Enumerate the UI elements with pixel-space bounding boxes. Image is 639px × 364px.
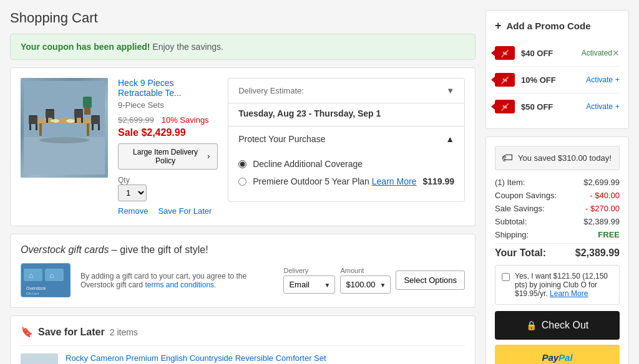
product-image <box>21 78 108 178</box>
amount-select-container: $100.00 $25.00 $50.00 <box>340 275 391 294</box>
subtotal-value: $2,389.99 <box>583 217 620 226</box>
items-value: $2,699.99 <box>583 178 620 187</box>
coupon-enjoy-text: Enjoy the savings. <box>152 42 223 52</box>
coupon-banner: Your coupon has been applied! Enjoy the … <box>10 34 476 60</box>
item-title[interactable]: Heck 9 Pieces Retractable Te... <box>118 78 218 98</box>
sale-price: Sale $2,429.99 <box>118 127 218 138</box>
gift-card-content: Overstock Gift Card ⌂ ⌂ By adding a gift… <box>21 263 465 297</box>
item-details: Heck 9 Pieces Retractable Te... 9-Piece … <box>118 78 218 216</box>
subtotal-label: Subtotal: <box>495 217 527 226</box>
promo-code-card: + Add a Promo Code % $40 OFF Activated ✕… <box>485 10 629 129</box>
items-label: (1) Item: <box>495 178 525 187</box>
amount-select[interactable]: $100.00 $25.00 $50.00 <box>340 275 391 294</box>
qty-select[interactable]: 1 2 3 <box>118 184 147 201</box>
decline-coverage-label: Decline Additional Coverage <box>253 159 363 169</box>
promo-remove-40off[interactable]: ✕ <box>612 48 620 58</box>
premiere-coverage-label: Premiere Outdoor 5 Year Plan Learn More <box>253 176 416 186</box>
promo-label-10off: 10% OFF <box>521 75 586 85</box>
svg-text:Gift Card: Gift Card <box>26 292 39 295</box>
learn-more-link[interactable]: Learn More <box>372 176 417 186</box>
svg-text:Overstock: Overstock <box>26 286 46 290</box>
premiere-coverage-radio[interactable] <box>238 178 246 186</box>
svg-rect-15 <box>46 118 48 123</box>
bookmark-icon: 🔖 <box>21 326 33 338</box>
promo-label-50off: $50 OFF <box>521 102 586 112</box>
gift-card-title: Overstock gift cards – give the gift of … <box>21 244 465 256</box>
delivery-label: Delivery <box>283 267 335 274</box>
decline-coverage-option[interactable]: Decline Additional Coverage <box>238 159 454 169</box>
svg-rect-2 <box>36 118 92 123</box>
shipping-value: FREE <box>598 230 620 239</box>
page-title: Shopping Cart <box>10 10 476 26</box>
promo-activate-10off[interactable]: Activate + <box>586 75 620 84</box>
promo-item-50off: % $50 OFF Activate + <box>495 93 620 120</box>
promo-label-40off: $40 OFF <box>521 49 582 58</box>
lock-icon: 🔒 <box>526 320 537 330</box>
protect-options: Decline Additional Coverage Premiere Out… <box>228 151 464 201</box>
total-label: Your Total: <box>495 247 546 259</box>
svg-rect-19 <box>75 118 77 123</box>
decline-coverage-radio[interactable] <box>238 160 246 168</box>
delivery-policy-label: Large Item Delivery Policy <box>126 148 205 165</box>
svg-rect-10 <box>91 117 100 124</box>
svg-rect-9 <box>91 115 100 117</box>
terms-link[interactable]: terms and conditions <box>145 280 214 289</box>
promo-tag-50off: % <box>495 100 515 113</box>
svg-rect-7 <box>29 124 31 130</box>
save-later-item-image <box>21 353 58 364</box>
remove-link[interactable]: Remove <box>118 206 148 216</box>
paypal-button[interactable]: PayPal <box>495 345 620 364</box>
premiere-coverage-option[interactable]: Premiere Outdoor 5 Year Plan Learn More … <box>238 176 454 186</box>
save-for-later-link[interactable]: Save For Later <box>158 206 212 216</box>
coupon-savings-row: Coupon Savings: - $40.00 <box>495 191 620 200</box>
svg-rect-14 <box>46 110 54 118</box>
svg-rect-20 <box>81 118 83 123</box>
save-later-count: 2 items <box>110 327 138 337</box>
savings-banner: 🏷 You saved $310.00 today! <box>495 146 620 170</box>
savings-icon: 🏷 <box>502 151 513 165</box>
svg-text:⌂: ⌂ <box>29 271 33 280</box>
item-subtitle: 9-Piece Sets <box>118 100 218 110</box>
shipping-label: Shipping: <box>495 230 529 239</box>
club-o-learn-more[interactable]: Learn More <box>550 289 588 298</box>
paypal-text: PayPal <box>542 352 572 363</box>
savings-label: 10% Savings <box>162 115 209 125</box>
gift-card-image: Overstock Gift Card ⌂ ⌂ <box>21 263 71 297</box>
svg-rect-17 <box>74 109 83 110</box>
club-o-text: Yes, I want $121.50 (12,150 pts) by join… <box>515 272 613 298</box>
svg-rect-3 <box>39 123 42 136</box>
shipping-row: Shipping: FREE <box>495 230 620 239</box>
checkout-button[interactable]: 🔒 Check Out <box>495 311 620 340</box>
select-options-button[interactable]: Select Options <box>396 271 465 290</box>
club-o-checkbox[interactable] <box>502 273 510 281</box>
coupon-applied-text: Your coupon has been applied! <box>21 42 150 52</box>
delivery-select[interactable]: Email Physical <box>283 275 335 294</box>
promo-activate-50off[interactable]: Activate + <box>586 102 620 111</box>
save-later-title: Save for Later <box>38 327 105 338</box>
savings-today-text: You saved $310.00 today! <box>518 153 612 163</box>
svg-rect-21 <box>83 97 92 108</box>
sale-savings-value: - $270.00 <box>585 204 620 213</box>
sale-savings-label: Sale Savings: <box>495 204 545 213</box>
svg-rect-8 <box>36 124 37 130</box>
promo-tag-40off: % <box>495 46 515 60</box>
protect-purchase-header[interactable]: Protect Your Purchase ▲ <box>228 126 464 151</box>
svg-rect-11 <box>92 124 94 130</box>
premiere-price: $119.99 <box>422 176 454 186</box>
delivery-policy-button[interactable]: Large Item Delivery Policy › <box>118 143 218 170</box>
promo-item-10off: % 10% OFF Activate + <box>495 67 620 93</box>
save-later-item: Rocky Cameron Premium English Countrysid… <box>21 345 465 364</box>
svg-point-24 <box>66 119 75 123</box>
svg-rect-28 <box>45 269 64 281</box>
chevron-up-icon: ▲ <box>446 134 454 144</box>
svg-rect-13 <box>46 109 54 110</box>
save-for-later-section: 🔖 Save for Later 2 items Rocky Cameron P… <box>10 315 476 364</box>
svg-rect-12 <box>98 124 100 130</box>
chevron-down-icon: ▼ <box>446 86 454 95</box>
promo-title: Add a Promo Code <box>507 21 591 31</box>
subtotal-row: Subtotal: $2,389.99 <box>495 217 620 226</box>
save-later-item-title[interactable]: Rocky Cameron Premium English Countrysid… <box>66 353 326 364</box>
amount-select-wrap: Amount $100.00 $25.00 $50.00 <box>340 267 391 294</box>
gift-card-svg: Overstock Gift Card ⌂ ⌂ <box>21 264 70 297</box>
gift-card-description: By adding a gift card to your cart, you … <box>80 272 273 289</box>
